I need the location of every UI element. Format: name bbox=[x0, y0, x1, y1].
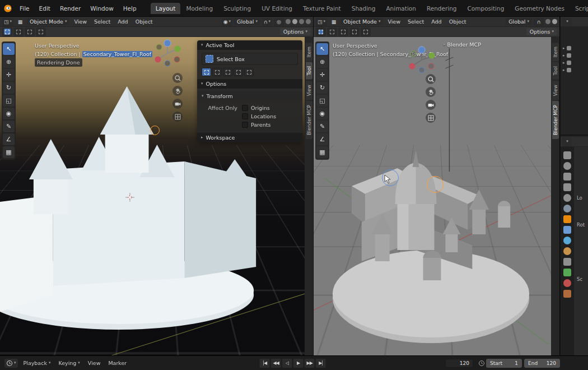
move-tool-button[interactable]: ✛ bbox=[3, 69, 15, 81]
object-mode-dropdown[interactable]: Object Mode▾ bbox=[27, 18, 69, 25]
menu-file[interactable]: File bbox=[15, 3, 34, 13]
shading-rendered-icon[interactable] bbox=[306, 19, 311, 24]
add-cube-tool-button[interactable]: ▦ bbox=[316, 146, 328, 158]
view-menu[interactable]: View bbox=[71, 18, 90, 25]
tool-properties-icon[interactable] bbox=[563, 151, 571, 159]
previous-keyframe-button[interactable]: ◀◀ bbox=[271, 359, 281, 368]
add-menu[interactable]: Add bbox=[428, 18, 444, 25]
mode-subtract-icon[interactable] bbox=[223, 68, 232, 76]
active-tool-name[interactable]: Select Box bbox=[202, 53, 298, 65]
shading-solid-icon[interactable] bbox=[292, 19, 297, 24]
tab-compositing[interactable]: Compositing bbox=[463, 3, 510, 14]
editor-type-button[interactable]: ◳▾ bbox=[316, 17, 327, 26]
outliner-object-row[interactable]: ▸ bbox=[563, 68, 587, 72]
expand-icon[interactable]: ▸ bbox=[563, 68, 565, 72]
orientation-dropdown[interactable]: Global▾ bbox=[506, 18, 532, 25]
camera-view-icon[interactable] bbox=[426, 100, 436, 110]
locations-checkbox[interactable] bbox=[242, 113, 248, 119]
expand-icon[interactable]: ▸ bbox=[563, 54, 565, 58]
transform-pivot-icon[interactable]: ◉▾ bbox=[222, 17, 232, 26]
view-menu[interactable]: View bbox=[385, 18, 403, 25]
cursor-tool-button[interactable]: ⊕ bbox=[3, 56, 15, 68]
add-menu[interactable]: Add bbox=[115, 18, 130, 25]
output-properties-icon[interactable] bbox=[563, 173, 571, 181]
shading-wireframe-icon[interactable] bbox=[286, 19, 291, 24]
properties-editor-type-icon[interactable]: ▾ bbox=[562, 137, 572, 146]
particles-properties-icon[interactable] bbox=[563, 237, 571, 244]
sidebar-tab-item[interactable]: Item bbox=[552, 43, 559, 61]
scale-tool-button[interactable]: ◱ bbox=[316, 95, 328, 107]
options-panel-header[interactable]: ▾ Options bbox=[197, 79, 302, 89]
sidebar-tab-view[interactable]: View bbox=[306, 81, 312, 100]
snap-magnet-icon[interactable]: ∩ bbox=[534, 17, 544, 26]
tab-uv-editing[interactable]: UV Editing bbox=[256, 3, 297, 14]
tab-layout[interactable]: Layout bbox=[151, 3, 181, 14]
sidebar-tab-item[interactable]: Item bbox=[306, 43, 312, 61]
navigation-gizmo[interactable] bbox=[407, 45, 437, 75]
camera-view-icon[interactable] bbox=[172, 99, 183, 109]
jump-to-end-button[interactable]: ▶| bbox=[316, 359, 326, 368]
viewport-3d-canvas-right[interactable]: ↖ ⊕ ✛ ↻ ◱ ◉ ✎ ∠ ▦ User Perspective (120)… bbox=[314, 37, 551, 355]
workspace-panel-header[interactable]: ▸ Workspace bbox=[197, 133, 302, 142]
tab-animation[interactable]: Animation bbox=[381, 3, 421, 14]
mode-intersect-icon[interactable] bbox=[244, 68, 254, 76]
options-dropdown-left[interactable]: Options▾ bbox=[280, 28, 311, 35]
move-tool-button[interactable]: ✛ bbox=[316, 69, 328, 81]
physics-properties-icon[interactable] bbox=[563, 247, 571, 255]
select-mode-extend-icon[interactable] bbox=[13, 27, 24, 36]
sidebar-tab-tool[interactable]: Tool bbox=[552, 62, 559, 80]
tab-geometry-nodes[interactable]: Geometry Nodes bbox=[510, 3, 570, 14]
timeline-editor-type-icon[interactable]: ▾ bbox=[4, 359, 18, 368]
modifier-properties-icon[interactable] bbox=[563, 226, 571, 234]
shading-wireframe-icon[interactable] bbox=[545, 19, 550, 24]
measure-tool-button[interactable]: ∠ bbox=[316, 133, 328, 145]
viewport-3d-canvas-left[interactable]: ↖ ⊕ ✛ ↻ ◱ ◉ ✎ ∠ ▦ User Perspective (120)… bbox=[0, 37, 305, 355]
sidebar-tab-tool[interactable]: Tool bbox=[306, 62, 312, 80]
select-mode-invert-icon[interactable] bbox=[349, 27, 360, 36]
checkbox-parents[interactable]: Parents bbox=[242, 122, 298, 128]
object-properties-icon[interactable] bbox=[563, 215, 571, 223]
transform-tool-button[interactable]: ◉ bbox=[316, 108, 328, 119]
mode-difference-icon[interactable] bbox=[234, 68, 243, 76]
frame-start-field[interactable]: Start1 bbox=[486, 359, 522, 368]
keying-menu[interactable]: Keying▾ bbox=[56, 359, 82, 367]
transform-tool-button[interactable]: ◉ bbox=[3, 108, 15, 119]
view-layer-properties-icon[interactable] bbox=[563, 183, 571, 191]
measure-tool-button[interactable]: ∠ bbox=[3, 133, 15, 145]
tab-shading[interactable]: Shading bbox=[347, 3, 381, 14]
ortho-grid-icon[interactable] bbox=[426, 113, 436, 123]
world-properties-icon[interactable] bbox=[563, 205, 571, 212]
play-reverse-button[interactable]: ◁ bbox=[282, 359, 292, 368]
object-menu[interactable]: Object bbox=[133, 18, 156, 25]
object-mode-dropdown[interactable]: Object Mode▾ bbox=[340, 18, 383, 25]
select-mode-subtract-icon[interactable] bbox=[25, 27, 35, 36]
ortho-grid-icon[interactable] bbox=[172, 112, 183, 122]
object-menu[interactable]: Object bbox=[446, 18, 469, 25]
annotate-tool-button[interactable]: ✎ bbox=[316, 121, 328, 132]
playback-menu[interactable]: Playback▾ bbox=[21, 359, 53, 367]
sidebar-tab-view[interactable]: View bbox=[552, 81, 559, 100]
outliner-object-row[interactable]: ▸ bbox=[563, 53, 587, 58]
outliner-editor-type-icon[interactable]: ▾ bbox=[562, 17, 572, 26]
transform-section-header[interactable]: ▾ Transform bbox=[197, 91, 302, 101]
scene-properties-icon[interactable] bbox=[563, 194, 571, 202]
shading-material-icon[interactable] bbox=[299, 19, 304, 24]
snap-magnet-icon[interactable]: ∩▾ bbox=[262, 17, 272, 26]
shading-solid-icon[interactable] bbox=[552, 19, 557, 24]
blender-mcp-panel-header[interactable]: ▸ Blender MCP bbox=[444, 41, 481, 48]
add-cube-tool-button[interactable]: ▦ bbox=[3, 146, 15, 158]
marker-menu[interactable]: Marker bbox=[106, 359, 129, 367]
options-dropdown-right[interactable]: Options▾ bbox=[526, 28, 557, 35]
outliner-object-row[interactable]: ▸ bbox=[563, 61, 587, 65]
pan-hand-icon[interactable] bbox=[426, 87, 436, 97]
select-mode-invert-icon[interactable] bbox=[36, 27, 46, 36]
expand-icon[interactable]: ▸ bbox=[563, 61, 565, 65]
scale-tool-button[interactable]: ◱ bbox=[3, 95, 15, 107]
menu-window[interactable]: Window bbox=[86, 3, 118, 13]
zoom-icon[interactable] bbox=[426, 74, 436, 84]
play-button[interactable]: ▶ bbox=[293, 359, 304, 368]
mode-set-icon[interactable] bbox=[202, 68, 211, 76]
material-properties-icon[interactable] bbox=[563, 279, 571, 287]
select-menu[interactable]: Select bbox=[405, 18, 427, 25]
playback-sync-icon[interactable] bbox=[478, 360, 485, 368]
